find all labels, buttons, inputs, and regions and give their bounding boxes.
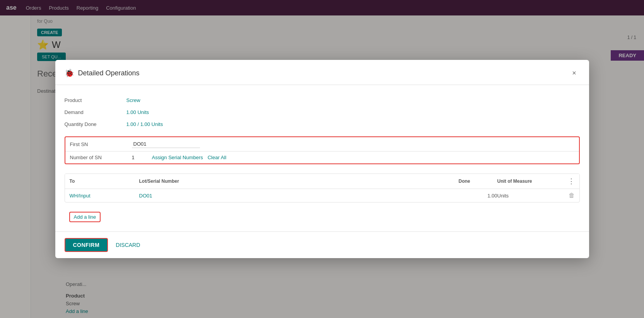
table-header: To Lot/Serial Number Done Unit of Measur…	[65, 174, 579, 189]
info-grid: Product Screw Demand 1.00 Units Quantity…	[65, 94, 580, 130]
cell-to: WH/Input	[70, 193, 139, 199]
first-sn-label: First SN	[70, 141, 132, 147]
modal-overlay: 🐞 Detailed Operations × Product Screw De…	[0, 0, 644, 318]
col-unit-of-measure: Unit of Measure	[497, 179, 559, 184]
clear-all-link[interactable]: Clear All	[208, 155, 226, 160]
modal-dialog: 🐞 Detailed Operations × Product Screw De…	[55, 60, 589, 258]
modal-title: Detailed Operations	[78, 69, 569, 77]
table-options-icon[interactable]: ⋮	[568, 177, 575, 185]
table-row: WH/Input DO01 1.00 Units 🗑	[65, 189, 579, 202]
modal-footer: CONFIRM DISCARD	[55, 231, 589, 258]
number-of-sn-value-row: Assign Serial Numbers Clear All	[132, 155, 574, 160]
add-line-wrapper: Add a line	[65, 209, 580, 225]
demand-label: Demand	[65, 106, 126, 118]
cell-unit-of-measure: Units	[497, 193, 559, 199]
quantity-done-label: Quantity Done	[65, 118, 126, 130]
first-sn-value-container	[132, 140, 574, 148]
col-done: Done	[459, 179, 497, 184]
assign-serial-numbers-link[interactable]: Assign Serial Numbers	[152, 155, 203, 160]
cell-actions: 🗑	[559, 192, 575, 199]
number-of-sn-input[interactable]	[132, 155, 147, 160]
confirm-button[interactable]: CONFIRM	[65, 238, 108, 252]
discard-button[interactable]: DISCARD	[114, 239, 142, 251]
delete-row-icon[interactable]: 🗑	[569, 192, 575, 199]
first-sn-row: First SN	[65, 137, 579, 151]
modal-icon: 🐞	[65, 68, 74, 78]
number-of-sn-row: Number of SN Assign Serial Numbers Clear…	[65, 151, 579, 163]
number-of-sn-label: Number of SN	[70, 155, 132, 160]
operations-table: To Lot/Serial Number Done Unit of Measur…	[65, 173, 580, 202]
quantity-done-value: 1.00 / 1.00 Units	[126, 118, 580, 130]
product-label: Product	[65, 94, 126, 106]
table-header-actions: ⋮	[559, 177, 575, 185]
modal-header: 🐞 Detailed Operations ×	[55, 60, 589, 85]
add-line-button[interactable]: Add a line	[69, 212, 101, 222]
cell-lot-serial: DO01	[139, 193, 459, 199]
cell-done: 1.00	[459, 193, 497, 199]
demand-value: 1.00 Units	[126, 106, 580, 118]
modal-close-button[interactable]: ×	[569, 68, 580, 78]
col-lot-serial: Lot/Serial Number	[139, 179, 459, 184]
first-sn-input[interactable]	[132, 140, 200, 148]
modal-body: Product Screw Demand 1.00 Units Quantity…	[55, 85, 589, 225]
sn-section: First SN Number of SN Assign Serial Numb…	[65, 136, 580, 164]
product-value: Screw	[126, 94, 580, 106]
col-to: To	[70, 179, 139, 184]
